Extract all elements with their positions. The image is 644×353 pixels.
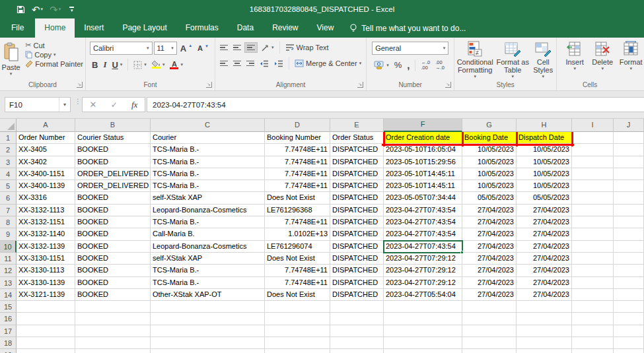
- column-header-H[interactable]: H: [517, 119, 572, 132]
- format-painter-button[interactable]: Format Painter: [23, 59, 85, 69]
- cell-H15[interactable]: [517, 301, 572, 313]
- cell-A6[interactable]: XX-3316: [17, 192, 75, 204]
- cell-F14[interactable]: 2023-04-27T05:54:04: [384, 289, 462, 301]
- cell-J18[interactable]: [614, 337, 644, 349]
- cell-E8[interactable]: DISPATCHED: [330, 216, 384, 228]
- cell-C13[interactable]: TCS-Maria B.-: [151, 277, 265, 289]
- number-dialog-launcher[interactable]: ↘: [445, 82, 451, 88]
- wrap-text-button[interactable]: Wrap Text: [283, 43, 331, 52]
- row-header-8[interactable]: 8: [0, 216, 17, 228]
- cell-H17[interactable]: [517, 325, 572, 337]
- cell-D5[interactable]: 7.74748E+11: [265, 180, 330, 192]
- cell-E7[interactable]: DISPATCHED: [330, 205, 384, 216]
- cell-B4[interactable]: ORDER_DELIVERED: [75, 168, 151, 180]
- borders-button[interactable]: ▾: [131, 60, 149, 70]
- tab-file[interactable]: File: [0, 18, 35, 38]
- cell-F2[interactable]: 2023-05-10T16:05:04: [384, 144, 462, 156]
- cell-I19[interactable]: [572, 349, 614, 353]
- cell-A1[interactable]: Order Number: [17, 132, 75, 144]
- cell-F12[interactable]: 2023-04-27T07:29:12: [384, 265, 462, 276]
- cell-D14[interactable]: Does Not Exist: [265, 289, 330, 301]
- cell-H1[interactable]: Dispatch Date: [517, 132, 572, 144]
- row-header-9[interactable]: 9: [0, 228, 17, 240]
- cell-G14[interactable]: 27/04/2023: [462, 289, 517, 301]
- cell-I10[interactable]: [572, 241, 614, 253]
- italic-button[interactable]: I: [101, 59, 108, 71]
- save-button[interactable]: [15, 2, 27, 16]
- cell-B16[interactable]: [75, 313, 151, 325]
- cell-E12[interactable]: DISPATCHED: [330, 265, 384, 276]
- cell-H3[interactable]: 10/05/2023: [517, 156, 572, 168]
- cell-A5[interactable]: XX-3400-1139: [17, 180, 75, 192]
- cell-E11[interactable]: DISPATCHED: [330, 253, 384, 265]
- row-header-1[interactable]: 1: [0, 132, 17, 144]
- cell-F18[interactable]: [384, 337, 462, 349]
- cell-E16[interactable]: [330, 313, 384, 325]
- row-header-13[interactable]: 13: [0, 277, 17, 289]
- insert-function-icon[interactable]: fx: [131, 100, 137, 110]
- cell-C1[interactable]: Courier: [151, 132, 265, 144]
- tell-me-box[interactable]: Tell me what you want to do...: [349, 18, 466, 38]
- cell-D12[interactable]: 7.74748E+11: [265, 265, 330, 276]
- cell-F10[interactable]: 2023-04-27T07:43:54: [384, 241, 462, 253]
- column-header-D[interactable]: D: [265, 119, 330, 132]
- conditional-formatting-button[interactable]: ≠ Conditional Formatting ▾: [454, 41, 495, 79]
- cell-B19[interactable]: [75, 349, 151, 353]
- cell-I14[interactable]: [572, 289, 614, 301]
- cell-I6[interactable]: [572, 192, 614, 204]
- cell-B8[interactable]: BOOKED: [75, 216, 151, 228]
- cell-H11[interactable]: 27/04/2023: [517, 253, 572, 265]
- cell-I18[interactable]: [572, 337, 614, 349]
- cell-G19[interactable]: [462, 349, 517, 353]
- cell-E13[interactable]: DISPATCHED: [330, 277, 384, 289]
- cell-I1[interactable]: [572, 132, 614, 144]
- cell-B5[interactable]: ORDER_DELIVERED: [75, 180, 151, 192]
- column-header-F[interactable]: F: [384, 119, 462, 132]
- cell-B1[interactable]: Courier Status: [75, 132, 151, 144]
- cell-E14[interactable]: DISPATCHED: [330, 289, 384, 301]
- cell-F6[interactable]: 2023-05-05T07:34:44: [384, 192, 462, 204]
- tab-formulas[interactable]: Formulas: [176, 18, 228, 38]
- cell-B13[interactable]: BOOKED: [75, 277, 151, 289]
- cell-D15[interactable]: [265, 301, 330, 313]
- cell-E5[interactable]: DISPATCHED: [330, 180, 384, 192]
- cell-I17[interactable]: [572, 325, 614, 337]
- underline-button[interactable]: U▾: [110, 59, 124, 71]
- cell-J3[interactable]: [614, 156, 644, 168]
- cell-J9[interactable]: [614, 228, 644, 240]
- row-header-16[interactable]: 16: [0, 313, 17, 325]
- align-center-button[interactable]: [231, 59, 243, 69]
- cell-D2[interactable]: 7.74748E+11: [265, 144, 330, 156]
- cell-G13[interactable]: 27/04/2023: [462, 277, 517, 289]
- column-header-I[interactable]: I: [572, 119, 614, 132]
- font-dialog-launcher[interactable]: ↘: [206, 82, 212, 88]
- cell-D4[interactable]: 7.74748E+11: [265, 168, 330, 180]
- cell-J11[interactable]: [614, 253, 644, 265]
- cell-I8[interactable]: [572, 216, 614, 228]
- cell-J14[interactable]: [614, 289, 644, 301]
- percent-style-button[interactable]: %: [392, 59, 404, 71]
- cell-D17[interactable]: [265, 325, 330, 337]
- cell-B18[interactable]: [75, 337, 151, 349]
- cell-G15[interactable]: [462, 301, 517, 313]
- cell-C4[interactable]: TCS-Maria B.-: [151, 168, 265, 180]
- cell-A11[interactable]: XX-3130-1151: [17, 253, 75, 265]
- cell-C11[interactable]: self-XStak XAP: [151, 253, 265, 265]
- cell-B9[interactable]: BOOKED: [75, 228, 151, 240]
- cell-D16[interactable]: [265, 313, 330, 325]
- cell-J4[interactable]: [614, 168, 644, 180]
- bold-button[interactable]: B: [90, 59, 100, 71]
- cell-B11[interactable]: BOOKED: [75, 253, 151, 265]
- cell-C14[interactable]: Other-XStak XAP-OT: [151, 289, 265, 301]
- cell-G5[interactable]: 10/05/2023: [462, 180, 517, 192]
- cell-C6[interactable]: self-XStak XAP: [151, 192, 265, 204]
- cell-H18[interactable]: [517, 337, 572, 349]
- cell-G9[interactable]: 27/04/2023: [462, 228, 517, 240]
- cell-A17[interactable]: [17, 325, 75, 337]
- cell-D13[interactable]: 7.74748E+11: [265, 277, 330, 289]
- cell-C3[interactable]: TCS-Maria B.-: [151, 156, 265, 168]
- cell-H4[interactable]: 10/05/2023: [517, 168, 572, 180]
- cell-C19[interactable]: [151, 349, 265, 353]
- column-header-J[interactable]: J: [614, 119, 644, 132]
- cell-D18[interactable]: [265, 337, 330, 349]
